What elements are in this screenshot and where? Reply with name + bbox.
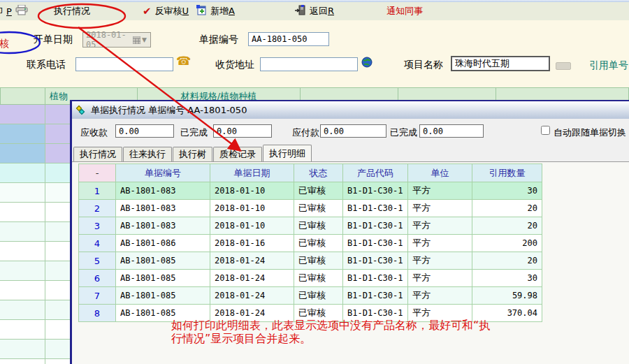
unit-cell[interactable]: 平方 (408, 182, 472, 200)
dialog-title-bar[interactable]: 单据执行情况 单据编号 AA-1801-050 (72, 101, 629, 119)
receivable-input[interactable] (115, 124, 174, 138)
ref-qty-cell[interactable]: 30 (472, 270, 542, 287)
auto-follow-checkbox[interactable] (541, 126, 550, 135)
doc-no-cell[interactable]: AB-1801-083 (116, 182, 210, 200)
ref-qty-cell[interactable]: 200 (472, 235, 542, 252)
product-code-cell[interactable]: B1-D1-C30-1 (343, 235, 408, 252)
return-button[interactable]: 返回R (295, 2, 334, 20)
payable-input[interactable] (320, 124, 386, 138)
unapprove-label: 反审核U (155, 5, 189, 17)
notify-label: 通知同事 (386, 5, 423, 17)
product-code-cell[interactable]: B1-D1-C30-1 (343, 200, 408, 217)
doc-no-cell[interactable]: AB-1801-085 (116, 252, 210, 270)
unit-cell[interactable]: 平方 (408, 217, 472, 235)
phone-input[interactable] (75, 57, 173, 71)
doc-no-cell[interactable]: AB-1801-083 (116, 200, 210, 217)
bg-cell (0, 105, 45, 124)
tab-4[interactable]: 执行明细 (263, 145, 312, 161)
bg-cell (0, 261, 45, 281)
doc-date-cell[interactable]: 2018-01-24 (210, 270, 294, 287)
status-cell[interactable]: 已审核 (294, 287, 343, 305)
annotation-line1: 如何打印此明细表，此表显示选项中没有产品名称，最好可和“执 (171, 319, 542, 332)
globe-icon[interactable] (361, 57, 373, 70)
ref-qty-cell[interactable]: 20 (472, 200, 542, 217)
column-header[interactable]: - (79, 164, 116, 182)
status-cell[interactable]: 已审核 (294, 200, 343, 217)
unit-cell[interactable]: 平方 (408, 287, 472, 305)
doc-date-cell[interactable]: 2018-01-16 (210, 235, 294, 252)
add-button[interactable]: 新增A (196, 2, 235, 20)
row-num[interactable]: 7 (79, 287, 116, 305)
doc-no-input[interactable] (248, 32, 329, 46)
doc-date-cell[interactable]: 2018-01-10 (210, 217, 294, 235)
ref-doc-link[interactable]: 引用单号 (589, 59, 628, 72)
status-cell[interactable]: 已审核 (294, 217, 343, 235)
column-header[interactable]: 产品代码 (343, 164, 408, 182)
doc-no-cell[interactable]: AB-1801-085 (116, 270, 210, 287)
product-code-cell[interactable]: B1-D1-C30-1 (343, 217, 408, 235)
row-num[interactable]: 6 (79, 270, 116, 287)
doc-no-cell[interactable]: AB-1801-086 (116, 235, 210, 252)
unit-cell[interactable]: 平方 (408, 252, 472, 270)
print-button[interactable]: 印P (0, 2, 28, 20)
tab-2[interactable]: 执行树 (173, 147, 212, 161)
phone-label: 联系电话 (27, 59, 66, 71)
product-code-cell[interactable]: B1-D1-C30-1 (343, 287, 408, 305)
doc-date-cell[interactable]: 2018-01-10 (210, 200, 294, 217)
row-num[interactable]: 2 (79, 200, 116, 217)
notify-colleague-button[interactable]: 通知同事 (386, 2, 423, 20)
print-label-key: P (6, 6, 12, 17)
status-cell[interactable]: 已审核 (294, 252, 343, 270)
status-cell[interactable]: 已审核 (294, 182, 343, 200)
doc-no-cell[interactable]: AB-1801-085 (116, 287, 210, 305)
table-row[interactable]: 1AB-1801-0832018-01-10已审核B1-D1-C30-1平方30 (79, 182, 542, 200)
payable-label: 应付款 (292, 126, 319, 139)
ref-qty-cell[interactable]: 30 (472, 182, 542, 200)
bg-cell (0, 300, 45, 320)
table-row[interactable]: 6AB-1801-0852018-01-24已审核B1-D1-C30-1平方30 (79, 270, 542, 287)
product-code-cell[interactable]: B1-D1-C30-1 (343, 270, 408, 287)
tab-0[interactable]: 执行情况 (73, 147, 122, 161)
column-header[interactable]: 单据编号 (116, 164, 210, 182)
table-row[interactable]: 5AB-1801-0852018-01-24已审核B1-D1-C30-1平方20 (79, 252, 542, 270)
status-cell[interactable]: 已审核 (294, 235, 343, 252)
address-input[interactable] (260, 57, 358, 71)
status-cell[interactable]: 已审核 (294, 270, 343, 287)
project-dropdown-button[interactable] (556, 62, 571, 70)
ref-qty-cell[interactable]: 59.98 (472, 287, 542, 305)
phone-icon[interactable]: ☎ (176, 54, 191, 68)
ref-qty-cell[interactable]: 20 (472, 217, 542, 235)
doc-date-cell[interactable]: 2018-01-24 (210, 252, 294, 270)
row-num[interactable]: 1 (79, 182, 116, 200)
table-row[interactable]: 2AB-1801-0832018-01-10已审核B1-D1-C30-1平方20 (79, 200, 542, 217)
doc-date-cell[interactable]: 2018-01-10 (210, 182, 294, 200)
date-picker[interactable]: 2018-01-05 ▼ (82, 32, 151, 48)
unit-cell[interactable]: 平方 (408, 270, 472, 287)
column-header[interactable]: 单据日期 (210, 164, 294, 182)
project-input[interactable] (451, 56, 550, 71)
column-header[interactable]: 引用数量 (472, 164, 542, 182)
row-num[interactable]: 5 (79, 252, 116, 270)
doc-no-cell[interactable]: AB-1801-083 (116, 217, 210, 235)
unit-cell[interactable]: 平方 (408, 200, 472, 217)
exec-status-button[interactable]: 执行情况 (54, 2, 90, 20)
unapprove-button[interactable]: ✔ 反审核U (143, 2, 189, 20)
row-num[interactable]: 8 (79, 305, 116, 322)
column-header[interactable]: 状态 (294, 164, 343, 182)
completed1-input[interactable] (213, 124, 272, 138)
unit-cell[interactable]: 平方 (408, 235, 472, 252)
tab-1[interactable]: 往来执行 (123, 147, 172, 161)
completed2-input[interactable] (419, 124, 484, 138)
ref-qty-cell[interactable]: 20 (472, 252, 542, 270)
calendar-icon[interactable]: ▼ (129, 33, 150, 47)
tab-3[interactable]: 质检记录 (213, 147, 262, 161)
table-row[interactable]: 3AB-1801-0832018-01-10已审核B1-D1-C30-1平方20 (79, 217, 542, 235)
column-header[interactable]: 单位 (408, 164, 472, 182)
product-code-cell[interactable]: B1-D1-C30-1 (343, 182, 408, 200)
row-num[interactable]: 4 (79, 235, 116, 252)
table-row[interactable]: 7AB-1801-0852018-01-24已审核B1-D1-C30-1平方59… (79, 287, 542, 305)
doc-date-cell[interactable]: 2018-01-24 (210, 287, 294, 305)
product-code-cell[interactable]: B1-D1-C30-1 (343, 252, 408, 270)
table-row[interactable]: 4AB-1801-0862018-01-16已审核B1-D1-C30-1平方20… (79, 235, 542, 252)
row-num[interactable]: 3 (79, 217, 116, 235)
